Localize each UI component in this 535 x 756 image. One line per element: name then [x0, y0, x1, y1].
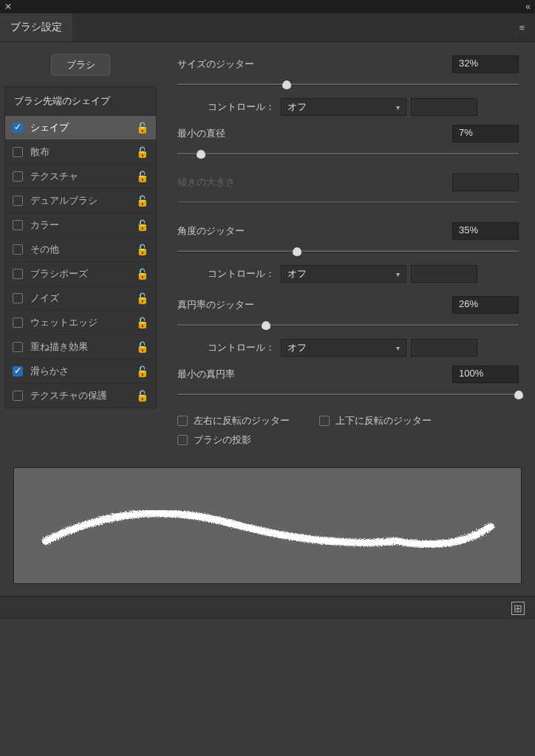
label-control: コントロール：	[192, 341, 281, 354]
list-item-color[interactable]: カラー🔓	[5, 213, 156, 237]
list-item-label: シェイプ	[30, 121, 69, 134]
value-round-jitter[interactable]: 26%	[452, 296, 519, 314]
value-min-diameter[interactable]: 7%	[452, 125, 519, 142]
value-angle-jitter[interactable]: 35%	[452, 222, 519, 240]
lock-icon[interactable]: 🔓	[136, 219, 149, 231]
list-item-smoothing[interactable]: 滑らかさ🔓	[5, 359, 156, 383]
checkbox-flip-y[interactable]: 上下に反転のジッター	[319, 414, 432, 427]
value-blank	[411, 339, 477, 357]
list-item-label: ブラシポーズ	[30, 267, 88, 281]
value-blank	[411, 98, 477, 116]
list-item-label: ウェットエッジ	[30, 316, 98, 329]
label-tilt-scale: 傾きの大きさ	[177, 176, 452, 189]
list-item-other[interactable]: その他🔓	[5, 237, 156, 261]
brush-button[interactable]: ブラシ	[51, 54, 110, 76]
checkbox-icon[interactable]	[13, 147, 23, 157]
checkbox-icon[interactable]	[13, 317, 23, 328]
chevron-down-icon: ▾	[396, 103, 400, 111]
lock-icon[interactable]: 🔓	[136, 365, 149, 377]
checkbox-icon	[177, 435, 188, 445]
brush-preview	[13, 467, 522, 584]
list-item-label: テクスチャの保護	[30, 389, 107, 402]
checkbox-icon	[319, 416, 330, 426]
list-item-label: テクスチャ	[30, 170, 78, 183]
list-item-brush-pose[interactable]: ブラシポーズ🔓	[5, 261, 156, 286]
lock-icon[interactable]: 🔓	[136, 244, 149, 255]
checkbox-icon[interactable]	[13, 220, 23, 230]
checkbox-flip-x[interactable]: 左右に反転のジッター	[177, 414, 290, 427]
list-item-label: ノイズ	[30, 292, 59, 305]
slider-round-jitter[interactable]	[177, 320, 519, 331]
checkbox-icon[interactable]	[13, 342, 23, 352]
slider-size-jitter[interactable]	[177, 79, 519, 91]
lock-icon[interactable]: 🔓	[136, 390, 149, 402]
lock-icon[interactable]: 🔓	[136, 122, 149, 134]
brush-options-list: ブラシ先端のシェイプ シェイプ 🔓 散布🔓 テクスチャ🔓 デュアルブラシ🔓 カラ…	[4, 86, 157, 408]
list-item-label: その他	[30, 243, 59, 256]
checkbox-icon[interactable]	[13, 366, 23, 377]
list-item-noise[interactable]: ノイズ🔓	[5, 286, 156, 310]
select-control-angle[interactable]: オフ▾	[281, 265, 406, 283]
checkbox-icon	[177, 416, 188, 426]
brush-stroke-preview	[14, 468, 521, 583]
checkbox-icon[interactable]	[13, 293, 23, 303]
new-brush-button[interactable]: ⊞	[511, 602, 525, 615]
checkbox-icon[interactable]	[13, 269, 23, 279]
checkbox-icon[interactable]	[13, 391, 23, 401]
collapse-icon[interactable]: «	[525, 1, 531, 12]
list-item-shape[interactable]: シェイプ 🔓	[5, 115, 156, 140]
label-angle-jitter: 角度のジッター	[177, 224, 452, 238]
label-control: コントロール：	[192, 267, 281, 281]
list-item-label: デュアルブラシ	[30, 194, 98, 207]
slider-tilt-scale	[177, 197, 519, 209]
lock-icon[interactable]: 🔓	[136, 341, 149, 353]
checkbox-projection[interactable]: ブラシの投影	[177, 433, 519, 447]
sidebar: ブラシ ブラシ先端のシェイプ シェイプ 🔓 散布🔓 テクスチャ🔓 デュアルブラシ…	[0, 42, 161, 456]
list-item-label: 重ね描き効果	[30, 340, 88, 354]
value-tilt-scale	[452, 173, 519, 191]
list-item-label: 滑らかさ	[30, 365, 69, 378]
settings-panel: サイズのジッター32% コントロール：オフ▾ 最小の直径7% 傾きの大きさ 角度…	[161, 42, 535, 456]
list-item-dual-brush[interactable]: デュアルブラシ🔓	[5, 188, 156, 213]
lock-icon[interactable]: 🔓	[136, 171, 149, 182]
chevron-down-icon: ▾	[396, 270, 400, 278]
label-min-round: 最小の真円率	[177, 368, 452, 381]
list-header-brush-tip[interactable]: ブラシ先端のシェイプ	[5, 87, 156, 115]
checkbox-icon[interactable]	[13, 244, 23, 255]
list-item-texture[interactable]: テクスチャ🔓	[5, 164, 156, 188]
list-item-protect-texture[interactable]: テクスチャの保護🔓	[5, 383, 156, 408]
value-blank	[411, 265, 477, 283]
lock-icon[interactable]: 🔓	[136, 292, 149, 304]
checkbox-icon[interactable]	[13, 196, 23, 206]
value-size-jitter[interactable]: 32%	[452, 55, 519, 73]
slider-angle-jitter[interactable]	[177, 246, 519, 258]
select-control-size[interactable]: オフ▾	[281, 98, 406, 116]
tab-brush-settings[interactable]: ブラシ設定	[0, 13, 72, 41]
lock-icon[interactable]: 🔓	[136, 195, 149, 207]
close-icon[interactable]: ✕	[4, 1, 12, 12]
list-item-buildup[interactable]: 重ね描き効果🔓	[5, 334, 156, 359]
label-min-diameter: 最小の直径	[177, 127, 452, 140]
chevron-down-icon: ▾	[396, 344, 400, 352]
checkbox-icon[interactable]	[13, 123, 23, 133]
label-size-jitter: サイズのジッター	[177, 58, 452, 71]
select-control-round[interactable]: オフ▾	[281, 339, 406, 357]
slider-min-round[interactable]	[177, 389, 519, 401]
label-round-jitter: 真円率のジッター	[177, 298, 452, 312]
slider-min-diameter[interactable]	[177, 148, 519, 160]
label-control: コントロール：	[192, 100, 281, 114]
panel-menu-icon[interactable]: ≡	[516, 19, 528, 36]
lock-icon[interactable]: 🔓	[136, 146, 149, 158]
lock-icon[interactable]: 🔓	[136, 317, 149, 329]
value-min-round[interactable]: 100%	[452, 365, 519, 383]
list-item-scatter[interactable]: 散布🔓	[5, 140, 156, 164]
list-item-label: 散布	[30, 145, 50, 159]
list-item-wet-edge[interactable]: ウェットエッジ🔓	[5, 310, 156, 334]
checkbox-icon[interactable]	[13, 171, 23, 182]
list-item-label: カラー	[30, 219, 59, 232]
lock-icon[interactable]: 🔓	[136, 268, 149, 280]
